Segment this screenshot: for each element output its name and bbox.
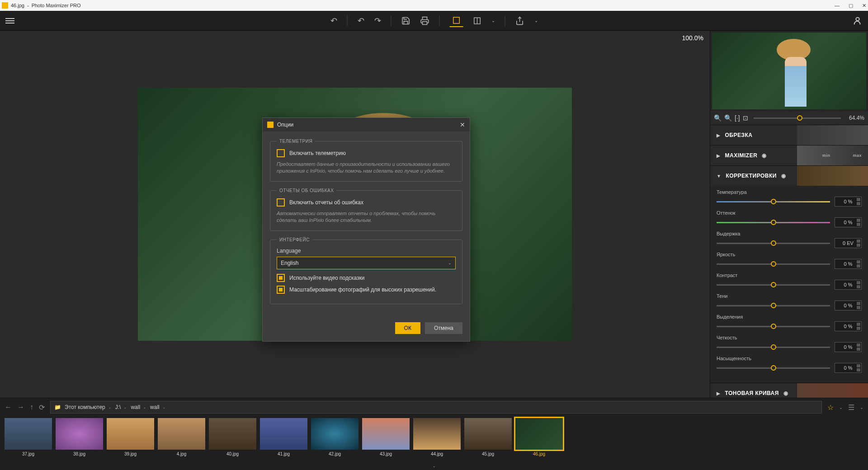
close-window-button[interactable]: ✕ xyxy=(862,3,866,9)
eye-icon[interactable]: ◉ xyxy=(783,390,788,396)
preview-thumbnail[interactable] xyxy=(712,33,866,109)
adjustment-value[interactable]: 0 % xyxy=(835,363,862,373)
nav-back-icon[interactable]: ← xyxy=(5,403,12,411)
collapse-filmstrip[interactable]: ⌄ xyxy=(0,463,868,470)
scaling-checkbox[interactable] xyxy=(277,286,285,294)
thumbnail[interactable]: 39.jpg xyxy=(107,418,154,456)
favorite-icon[interactable]: ☆ xyxy=(827,403,834,412)
adjustment-label: Тени xyxy=(717,293,862,299)
actual-icon[interactable]: ⊡ xyxy=(743,114,748,122)
adjustment-slider[interactable] xyxy=(717,263,830,265)
dialog-icon xyxy=(267,122,274,128)
print-icon[interactable] xyxy=(420,16,429,25)
thumbnail[interactable]: 42.jpg xyxy=(311,418,359,456)
thumbnail-name: 42.jpg xyxy=(329,451,341,456)
section-crop[interactable]: ▶ ОБРЕЗКА xyxy=(710,125,868,145)
user-menu[interactable] xyxy=(853,16,863,26)
share-icon[interactable] xyxy=(515,16,524,25)
zoom-out-icon[interactable]: 🔍 xyxy=(714,114,722,122)
title-appname: Photo Maximizer PRO xyxy=(32,3,81,8)
fav-dropdown-icon[interactable]: ⌄ xyxy=(839,405,843,410)
adjustment-slider[interactable] xyxy=(717,347,830,348)
preview-zoom-slider[interactable] xyxy=(754,118,841,119)
share-dropdown-icon[interactable]: ⌄ xyxy=(534,18,538,23)
folder-icon: 📁 xyxy=(54,404,61,410)
thumbnail[interactable]: 37.jpg xyxy=(5,418,52,456)
path-breadcrumb[interactable]: 📁 Этот компьютер⌄ J:\⌄ wall⌄ wall⌄ xyxy=(50,401,822,414)
thumbnail-name: 46.jpg xyxy=(533,451,545,456)
dialog-close-button[interactable]: ✕ xyxy=(460,121,465,128)
thumbnail[interactable]: 40.jpg xyxy=(209,418,256,456)
view-single-icon[interactable] xyxy=(450,14,463,27)
chevron-down-icon: ▼ xyxy=(717,174,721,179)
eye-icon[interactable]: ◉ xyxy=(781,173,786,179)
thumbnail-name: 44.jpg xyxy=(431,451,443,456)
error-reports-checkbox[interactable] xyxy=(277,198,285,207)
adjustment-value[interactable]: 0 % xyxy=(835,342,862,352)
adjustment-label: Четкость xyxy=(717,335,862,340)
dialog-titlebar[interactable]: Опции ✕ xyxy=(263,118,470,132)
view-options-icon[interactable]: ☰ xyxy=(848,403,854,412)
thumbnail-image xyxy=(515,418,563,450)
chevron-right-icon: ▶ xyxy=(717,133,721,138)
telemetry-checkbox[interactable] xyxy=(277,149,285,157)
thumbnail-image xyxy=(5,418,52,450)
adjustment-slider[interactable] xyxy=(717,284,830,286)
thumbnail-image xyxy=(56,418,103,450)
dialog-title: Опции xyxy=(277,122,293,128)
adjustment-slider[interactable] xyxy=(717,305,830,306)
thumbnail[interactable]: 45.jpg xyxy=(464,418,512,456)
adjustment-slider[interactable] xyxy=(717,367,830,369)
adjustment-slider[interactable] xyxy=(717,201,830,202)
ok-button[interactable]: ОК xyxy=(395,322,420,334)
adjustment-value[interactable]: 0 % xyxy=(835,259,862,269)
window-titlebar: 46.jpg - Photo Maximizer PRO — ▢ ✕ xyxy=(0,0,868,11)
film-strip-area: ← → ↑ ⟳ 📁 Этот компьютер⌄ J:\⌄ wall⌄ wal… xyxy=(0,398,868,470)
section-corrections[interactable]: ▼ КОРРЕКТИРОВКИ ◉ xyxy=(710,166,868,186)
thumbnail[interactable]: 4.jpg xyxy=(158,418,205,456)
undo-icon[interactable]: ↶ xyxy=(330,16,337,26)
section-maximizer[interactable]: ▶ MAXIMIZER ◉ min max xyxy=(710,146,868,165)
thumbnail[interactable]: 43.jpg xyxy=(362,418,410,456)
cancel-button[interactable]: Отмена xyxy=(425,322,462,334)
nav-forward-icon[interactable]: → xyxy=(17,403,24,411)
save-icon[interactable] xyxy=(401,16,410,25)
eye-icon[interactable]: ◉ xyxy=(762,152,767,159)
undo2-icon[interactable]: ↶ xyxy=(358,16,364,26)
thumbnail-name: 39.jpg xyxy=(124,451,137,456)
view-split-icon[interactable] xyxy=(473,17,481,25)
adjustment-value[interactable]: 0 % xyxy=(835,197,862,207)
adjustment-value[interactable]: 0 % xyxy=(835,321,862,331)
adjustment-value[interactable]: 0 % xyxy=(835,280,862,290)
section-tone-curve[interactable]: ▶ ТОНОВАЯ КРИВАЯ ◉ xyxy=(710,383,868,398)
adjustment-value[interactable]: 0 % xyxy=(835,217,862,227)
view-dropdown-icon[interactable]: ⌄ xyxy=(491,18,495,23)
view-dropdown-icon[interactable]: ⌄ xyxy=(860,405,863,410)
adjustment-slider[interactable] xyxy=(717,326,830,327)
adjustment-label: Оттенок xyxy=(717,210,862,216)
fit-icon[interactable]: [·] xyxy=(735,114,740,122)
maximize-button[interactable]: ▢ xyxy=(849,3,853,9)
options-dialog: Опции ✕ ТЕЛЕМЕТРИЯ Включить телеметрию П… xyxy=(262,118,470,342)
adjustment-label: Яркость xyxy=(717,252,862,257)
thumbnail[interactable]: 46.jpg xyxy=(515,418,563,456)
thumbnail[interactable]: 44.jpg xyxy=(413,418,461,456)
minimize-button[interactable]: — xyxy=(835,3,840,9)
redo-icon[interactable]: ↷ xyxy=(374,16,381,26)
adjustment-slider[interactable] xyxy=(717,243,830,244)
adjustment-value[interactable]: 0 % xyxy=(835,301,862,310)
adjustment-row: Тени 0 % xyxy=(717,293,862,310)
adjustment-slider[interactable] xyxy=(717,222,830,223)
adjustment-value[interactable]: 0 EV xyxy=(835,238,862,248)
adjustment-label: Контраст xyxy=(717,273,862,278)
thumbnail[interactable]: 38.jpg xyxy=(56,418,103,456)
nav-refresh-icon[interactable]: ⟳ xyxy=(39,403,45,412)
video-hints-checkbox[interactable] xyxy=(277,274,285,282)
menu-button[interactable] xyxy=(5,17,14,25)
language-select[interactable]: English ⌄ xyxy=(277,257,456,269)
chevron-right-icon: ▶ xyxy=(717,153,721,158)
nav-up-icon[interactable]: ↑ xyxy=(30,403,33,411)
thumbnail-name: 43.jpg xyxy=(380,451,392,456)
thumbnail[interactable]: 41.jpg xyxy=(260,418,307,456)
zoom-in-icon[interactable]: 🔍 xyxy=(724,114,732,122)
